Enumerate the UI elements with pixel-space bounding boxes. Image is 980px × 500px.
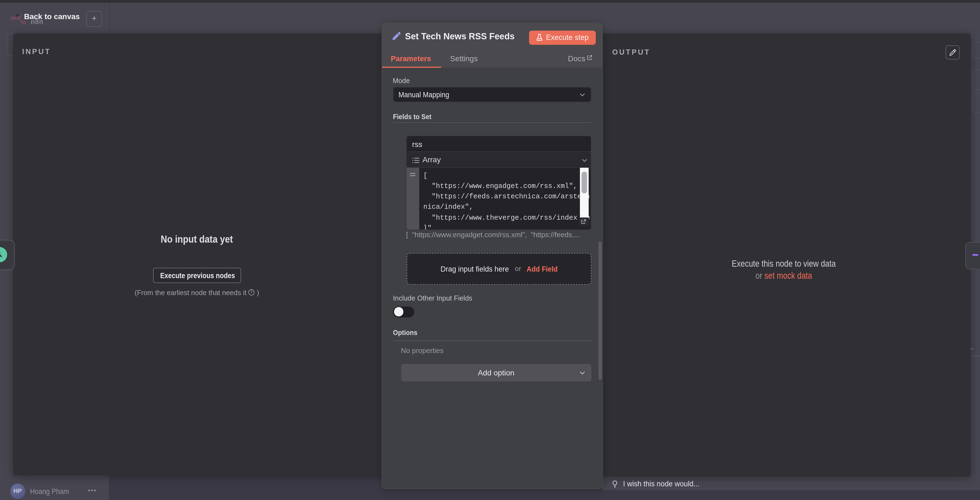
svg-text:?: ? bbox=[251, 290, 253, 295]
